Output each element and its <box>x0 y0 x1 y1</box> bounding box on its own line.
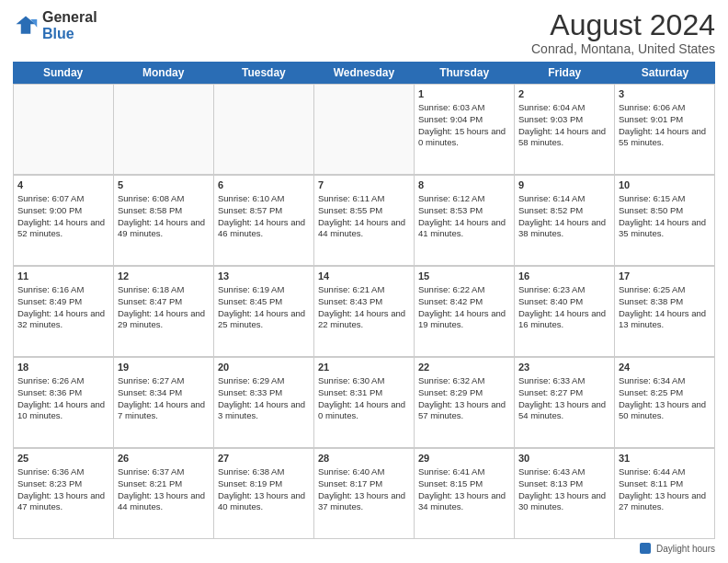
calendar-cell: 16Sunrise: 6:23 AMSunset: 8:40 PMDayligh… <box>515 267 615 357</box>
logo: General Blue <box>13 9 97 41</box>
sunset-text: Sunset: 8:52 PM <box>518 205 610 217</box>
daylight-text: Daylight: 14 hours and 46 minutes. <box>218 217 310 241</box>
header-friday: Friday <box>515 62 615 84</box>
daylight-text: Daylight: 14 hours and 3 minutes. <box>218 399 310 423</box>
calendar-cell: 8Sunrise: 6:12 AMSunset: 8:53 PMDaylight… <box>415 176 515 266</box>
calendar-cell: 31Sunrise: 6:44 AMSunset: 8:11 PMDayligh… <box>615 449 715 539</box>
day-number: 28 <box>318 452 410 465</box>
sunset-text: Sunset: 8:38 PM <box>619 296 711 308</box>
sunset-text: Sunset: 8:11 PM <box>619 478 711 490</box>
sunset-text: Sunset: 9:03 PM <box>518 114 610 126</box>
calendar-cell: 24Sunrise: 6:34 AMSunset: 8:25 PMDayligh… <box>615 358 715 448</box>
day-number: 15 <box>418 270 510 283</box>
calendar-row: 18Sunrise: 6:26 AMSunset: 8:36 PMDayligh… <box>13 357 715 448</box>
daylight-text: Daylight: 14 hours and 35 minutes. <box>619 217 711 241</box>
day-number: 3 <box>619 87 711 101</box>
sunrise-text: Sunrise: 6:22 AM <box>418 284 510 296</box>
logo-text: General Blue <box>42 9 97 41</box>
day-number: 1 <box>418 87 510 101</box>
daylight-text: Daylight: 14 hours and 29 minutes. <box>118 308 210 332</box>
day-number: 10 <box>619 178 711 192</box>
sunset-text: Sunset: 8:36 PM <box>17 387 109 399</box>
calendar-cell: 12Sunrise: 6:18 AMSunset: 8:47 PMDayligh… <box>114 267 214 357</box>
sunset-text: Sunset: 9:00 PM <box>17 205 109 217</box>
sunset-text: Sunset: 8:29 PM <box>418 387 510 399</box>
sunset-text: Sunset: 8:47 PM <box>118 296 210 308</box>
calendar-cell <box>114 85 214 175</box>
day-number: 29 <box>418 452 510 465</box>
sunrise-text: Sunrise: 6:12 AM <box>418 193 510 205</box>
header-saturday: Saturday <box>615 62 715 84</box>
sunset-text: Sunset: 8:58 PM <box>118 205 210 217</box>
day-number: 27 <box>218 452 310 465</box>
sunset-text: Sunset: 8:27 PM <box>518 387 610 399</box>
day-number: 6 <box>218 178 310 192</box>
daylight-text: Daylight: 14 hours and 22 minutes. <box>318 308 410 332</box>
calendar-cell <box>314 85 415 175</box>
day-number: 5 <box>118 178 210 192</box>
daylight-text: Daylight: 13 hours and 44 minutes. <box>118 490 210 514</box>
sunrise-text: Sunrise: 6:32 AM <box>418 375 510 387</box>
sunrise-text: Sunrise: 6:34 AM <box>619 375 711 387</box>
daylight-text: Daylight: 13 hours and 40 minutes. <box>218 490 310 514</box>
sunset-text: Sunset: 8:53 PM <box>418 205 510 217</box>
day-number: 14 <box>318 270 410 283</box>
daylight-text: Daylight: 14 hours and 19 minutes. <box>418 308 510 332</box>
sunrise-text: Sunrise: 6:44 AM <box>619 466 711 478</box>
day-number: 9 <box>518 178 610 192</box>
calendar-cell: 13Sunrise: 6:19 AMSunset: 8:45 PMDayligh… <box>214 267 314 357</box>
sunset-text: Sunset: 9:01 PM <box>619 114 711 126</box>
sunrise-text: Sunrise: 6:06 AM <box>619 102 711 114</box>
calendar-cell: 23Sunrise: 6:33 AMSunset: 8:27 PMDayligh… <box>515 358 615 448</box>
daylight-text: Daylight: 13 hours and 27 minutes. <box>619 490 711 514</box>
day-number: 23 <box>518 361 610 374</box>
daylight-text: Daylight: 13 hours and 57 minutes. <box>418 399 510 423</box>
calendar-cell: 17Sunrise: 6:25 AMSunset: 8:38 PMDayligh… <box>615 267 715 357</box>
daylight-text: Daylight: 13 hours and 30 minutes. <box>518 490 610 514</box>
sunrise-text: Sunrise: 6:38 AM <box>218 466 310 478</box>
calendar-cell: 4Sunrise: 6:07 AMSunset: 9:00 PMDaylight… <box>14 176 114 266</box>
sunrise-text: Sunrise: 6:33 AM <box>518 375 610 387</box>
day-number: 8 <box>418 178 510 192</box>
sunrise-text: Sunrise: 6:10 AM <box>218 193 310 205</box>
calendar-cell: 2Sunrise: 6:04 AMSunset: 9:03 PMDaylight… <box>515 85 615 175</box>
daylight-text: Daylight: 14 hours and 58 minutes. <box>518 126 610 150</box>
calendar-cell: 11Sunrise: 6:16 AMSunset: 8:49 PMDayligh… <box>14 267 114 357</box>
daylight-text: Daylight: 14 hours and 10 minutes. <box>17 399 109 423</box>
daylight-text: Daylight: 14 hours and 13 minutes. <box>619 308 711 332</box>
daylight-text: Daylight: 14 hours and 7 minutes. <box>118 399 210 423</box>
daylight-text: Daylight: 14 hours and 0 minutes. <box>318 399 410 423</box>
daylight-text: Daylight: 15 hours and 0 minutes. <box>418 126 510 150</box>
sunset-text: Sunset: 8:50 PM <box>619 205 711 217</box>
daylight-text: Daylight: 14 hours and 55 minutes. <box>619 126 711 150</box>
sunrise-text: Sunrise: 6:40 AM <box>318 466 410 478</box>
logo-general-text: General <box>42 9 97 26</box>
daylight-text: Daylight: 14 hours and 32 minutes. <box>17 308 109 332</box>
daylight-text: Daylight: 14 hours and 52 minutes. <box>17 217 109 241</box>
header-monday: Monday <box>113 62 213 84</box>
sunrise-text: Sunrise: 6:03 AM <box>418 102 510 114</box>
daylight-text: Daylight: 14 hours and 44 minutes. <box>318 217 410 241</box>
sunset-text: Sunset: 8:19 PM <box>218 478 310 490</box>
calendar-row: 25Sunrise: 6:36 AMSunset: 8:23 PMDayligh… <box>13 448 715 539</box>
sunrise-text: Sunrise: 6:11 AM <box>318 193 410 205</box>
calendar-cell: 25Sunrise: 6:36 AMSunset: 8:23 PMDayligh… <box>14 449 114 539</box>
sunrise-text: Sunrise: 6:07 AM <box>17 193 109 205</box>
calendar-header: Sunday Monday Tuesday Wednesday Thursday… <box>13 62 715 84</box>
title-block: August 2024 Conrad, Montana, United Stat… <box>531 9 715 56</box>
sunset-text: Sunset: 8:43 PM <box>318 296 410 308</box>
calendar-row: 11Sunrise: 6:16 AMSunset: 8:49 PMDayligh… <box>13 266 715 357</box>
sunrise-text: Sunrise: 6:04 AM <box>518 102 610 114</box>
calendar-cell: 21Sunrise: 6:30 AMSunset: 8:31 PMDayligh… <box>314 358 415 448</box>
sunrise-text: Sunrise: 6:18 AM <box>118 284 210 296</box>
sunrise-text: Sunrise: 6:21 AM <box>318 284 410 296</box>
page-container: General Blue August 2024 Conrad, Montana… <box>0 0 728 563</box>
calendar-cell: 6Sunrise: 6:10 AMSunset: 8:57 PMDaylight… <box>214 176 314 266</box>
calendar-cell: 10Sunrise: 6:15 AMSunset: 8:50 PMDayligh… <box>615 176 715 266</box>
calendar-cell <box>14 85 114 175</box>
sunset-text: Sunset: 8:33 PM <box>218 387 310 399</box>
daylight-text: Daylight: 13 hours and 37 minutes. <box>318 490 410 514</box>
sunset-text: Sunset: 8:49 PM <box>17 296 109 308</box>
calendar-cell: 30Sunrise: 6:43 AMSunset: 8:13 PMDayligh… <box>515 449 615 539</box>
daylight-text: Daylight: 14 hours and 41 minutes. <box>418 217 510 241</box>
